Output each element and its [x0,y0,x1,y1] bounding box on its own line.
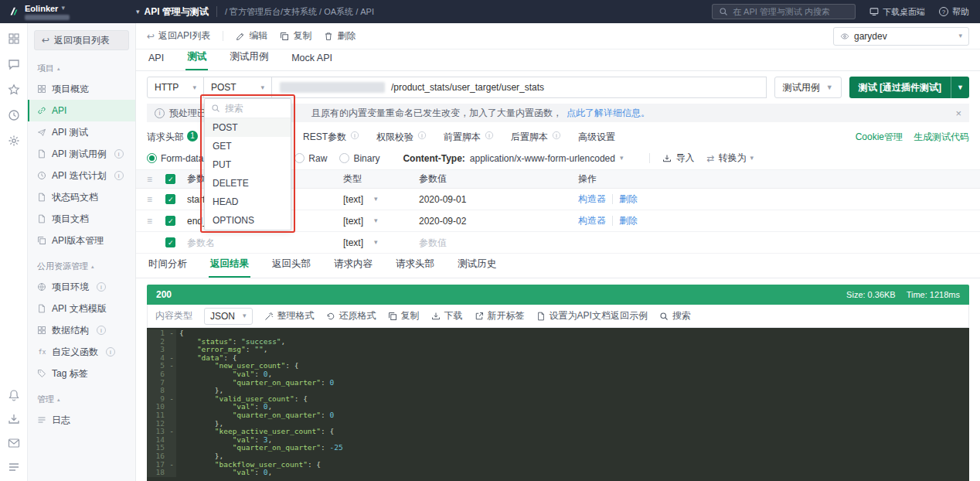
feedback-icon[interactable] [8,437,20,449]
search-icon[interactable]: 搜索 [659,309,691,322]
request-tab[interactable]: 前置脚本 [444,131,494,144]
method-option[interactable]: HEAD [205,193,291,211]
body-type-radio[interactable]: Raw [294,153,327,164]
request-tab[interactable]: 高级设置 [578,131,615,144]
row-checkbox[interactable] [165,216,175,226]
messages-icon[interactable] [8,58,20,70]
new-tab-icon[interactable]: 新开标签 [475,309,525,322]
download-desktop-button[interactable]: 下载桌面端 [869,6,925,18]
select-all-checkbox[interactable] [165,174,175,184]
result-tab[interactable]: 请求头部 [394,258,436,278]
result-tab[interactable]: 返回头部 [271,258,312,278]
row-checkbox[interactable] [165,194,175,204]
request-headers-tab[interactable]: 请求头部 1 [147,131,198,144]
protocol-select[interactable]: HTTP ▾ [147,77,204,98]
notifications-icon[interactable] [8,389,20,401]
param-type-select[interactable]: [text] ▾ [343,194,419,205]
request-tab[interactable]: 后置脚本 [511,131,561,144]
history-icon[interactable] [8,109,20,121]
project-doc-item[interactable]: 项目文档 [28,208,135,230]
result-content-type-select[interactable]: JSON ▾ [204,308,253,325]
copy-icon[interactable]: 复制 [388,309,420,322]
notice-detail-link[interactable]: 点此了解详细信息。 [567,107,650,120]
back-to-api-list-button[interactable]: ↩ 返回API列表 [147,29,210,43]
method-option[interactable]: OPTIONS [205,211,291,230]
method-dropdown-search[interactable] [205,99,291,118]
download-icon[interactable]: 下载 [431,309,463,322]
builder-link[interactable]: 构造器 [578,214,606,227]
page-tab[interactable]: Mock API [290,53,334,70]
back-to-project-list-button[interactable]: ↩ 返回项目列表 [34,30,129,50]
menu-icon[interactable] [8,461,20,473]
custom-function-item[interactable]: 自定义函数 [28,341,135,363]
method-search-input[interactable] [225,103,284,114]
data-structure-item[interactable]: 数据结构 [28,319,135,341]
global-search[interactable] [712,4,856,19]
row-checkbox[interactable] [165,237,175,247]
api-iteration-item[interactable]: API 迭代计划 [28,165,135,186]
result-tab[interactable]: 时间分析 [147,258,189,278]
test-button[interactable]: 测试 [通过插件测试] [849,77,951,98]
page-tab[interactable]: 测试 [185,50,208,70]
result-tab[interactable]: 测试历史 [456,258,498,278]
doc-template-item[interactable]: API 文档模版 [28,298,135,319]
project-overview-item[interactable]: 项目概览 [28,78,135,100]
format-icon[interactable]: 整理格式 [264,309,315,322]
restore-icon[interactable]: 还原格式 [326,309,376,322]
result-tab[interactable]: 返回结果 [209,258,250,278]
delete-link[interactable]: 删除 [619,214,638,227]
set-example-icon[interactable]: 设置为API文档返回示例 [536,309,648,322]
drag-handle-icon[interactable]: ≡ [147,194,165,205]
logo-area[interactable]: Eolinker ▾ [0,4,136,20]
request-tab[interactable]: 权限校验 [376,131,427,144]
api-test-item[interactable]: API 测试 [28,121,135,143]
param-type-select[interactable]: [text] ▾ [343,237,419,248]
body-type-radio[interactable]: Binary [339,153,379,164]
drag-handle-icon[interactable]: ≡ [147,216,165,227]
favorites-icon[interactable] [8,84,20,96]
method-select[interactable]: POST ▾ [203,77,272,98]
test-case-button[interactable]: 测试用例 ▼ [774,77,842,98]
settings-icon[interactable] [8,135,20,147]
environment-select[interactable]: garydev ▾ [833,27,969,46]
url-input[interactable]: /product_stats/user_target/user_stats [271,77,767,98]
project-env-item[interactable]: 项目环境 [28,276,135,298]
page-tab[interactable]: API [147,53,165,70]
request-tab[interactable]: REST参数 [303,131,359,144]
method-option[interactable]: POST [205,118,291,137]
apps-icon[interactable] [8,32,20,45]
log-item[interactable]: 日志 [28,409,135,431]
edit-button[interactable]: 编辑 [236,29,267,43]
api-item[interactable]: API [28,100,135,121]
param-value[interactable]: 2020-09-02 [419,216,578,227]
method-option[interactable]: GET [205,137,291,155]
generate-test-code-link[interactable]: 生成测试代码 [914,131,969,144]
param-value[interactable]: 2020-09-01 [419,194,578,205]
api-test-case-item[interactable]: API 测试用例 [28,143,135,165]
status-code-doc-item[interactable]: 状态码文档 [28,186,135,208]
new-param-name-input[interactable] [187,237,328,248]
section-title-project[interactable]: 项目 ▴ [28,53,135,78]
builder-link[interactable]: 构造器 [578,193,606,206]
close-icon[interactable]: × [955,107,961,119]
delete-button[interactable]: 删除 [324,29,356,43]
cookie-manage-link[interactable]: Cookie管理 [856,131,903,144]
result-tab[interactable]: 请求内容 [332,258,374,278]
global-search-input[interactable] [733,7,849,16]
new-param-value-input[interactable] [419,237,562,248]
method-option[interactable]: DELETE [205,174,291,193]
page-tab[interactable]: 测试用例 [228,50,270,70]
code-editor[interactable]: 1-{2 "status": "success",3 "error_msg": … [147,328,969,481]
section-title-shared-resources[interactable]: 公用资源管理 ▴ [28,251,135,276]
method-option[interactable]: PUT [205,155,291,174]
section-title-admin[interactable]: 管理 ▴ [28,384,135,409]
app-menu[interactable]: ▾ API 管理与测试 [136,5,209,19]
tag-item[interactable]: Tag 标签 [28,363,135,384]
import-button[interactable]: 导入 [662,152,694,165]
test-button-dropdown[interactable]: ▼ [951,77,969,98]
download-client-icon[interactable] [8,413,20,425]
content-type-select[interactable]: Content-Type: application/x-www-form-url… [403,153,623,164]
convert-button[interactable]: ⇄ 转换为 ▾ [706,152,754,165]
param-type-select[interactable]: [text] ▾ [343,216,419,227]
help-button[interactable]: ? 帮助 [939,6,969,18]
